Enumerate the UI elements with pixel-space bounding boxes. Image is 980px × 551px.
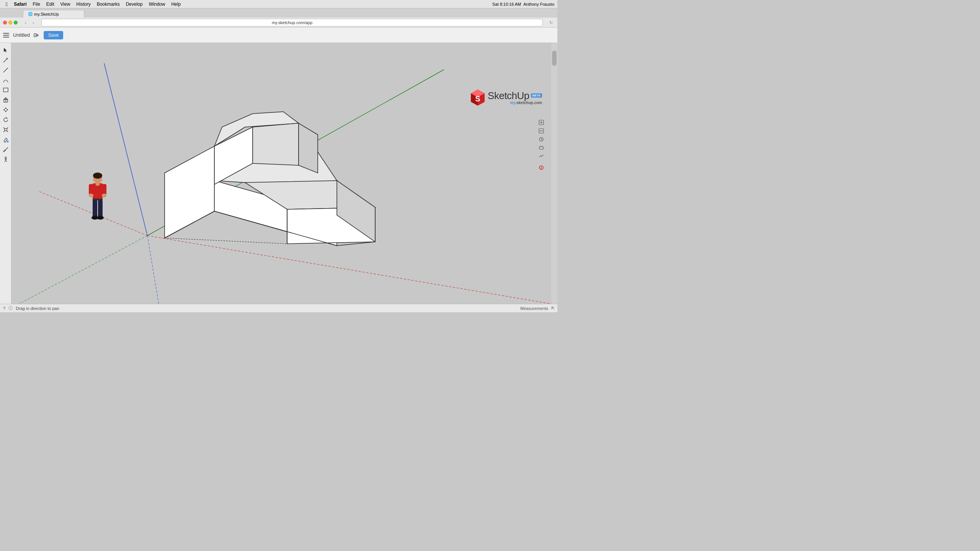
sketchup-logo: S SketchUp BETA my.sketchup.com bbox=[470, 89, 542, 106]
svg-line-2 bbox=[3, 59, 7, 62]
menu-develop[interactable]: Develop bbox=[123, 1, 145, 7]
svg-rect-49 bbox=[93, 183, 103, 199]
sketchup-toolbar: Untitled Save bbox=[0, 28, 557, 43]
svg-marker-32 bbox=[165, 146, 214, 238]
status-right: Measurements ⇱ bbox=[520, 306, 554, 311]
share-button[interactable] bbox=[32, 31, 41, 40]
menu-help[interactable]: Help bbox=[168, 1, 183, 7]
panel-icon-6[interactable] bbox=[538, 165, 544, 171]
svg-line-13 bbox=[3, 127, 5, 129]
menu-time: Sat 8:10:16 AM bbox=[492, 2, 521, 7]
svg-line-14 bbox=[7, 127, 8, 129]
nav-back[interactable]: ‹ bbox=[22, 19, 29, 26]
menu-user: Anthony Frausto bbox=[523, 2, 554, 7]
rotate-tool[interactable] bbox=[2, 116, 10, 124]
select-tool[interactable] bbox=[2, 46, 10, 54]
panel-icon-4[interactable] bbox=[538, 145, 544, 151]
svg-point-21 bbox=[5, 157, 7, 158]
status-hint-icon: ⓘ bbox=[8, 305, 13, 311]
status-question-icon[interactable]: ? bbox=[3, 306, 5, 311]
line-tool[interactable] bbox=[2, 66, 10, 74]
apple-menu[interactable]:  bbox=[3, 1, 10, 8]
svg-point-58 bbox=[97, 216, 104, 220]
panel-icon-3[interactable] bbox=[538, 136, 544, 142]
panel-icon-1[interactable] bbox=[538, 119, 544, 126]
status-left: ? ⓘ Drag in direction to pan bbox=[3, 305, 59, 311]
measurements-expand-icon[interactable]: ⇱ bbox=[551, 306, 554, 310]
svg-line-72 bbox=[541, 139, 542, 140]
hamburger-line-1 bbox=[3, 33, 9, 34]
menu-bar-right: Sat 8:10:16 AM Anthony Frausto bbox=[492, 2, 557, 7]
svg-line-29 bbox=[19, 236, 147, 304]
rectangle-tool[interactable] bbox=[2, 86, 10, 94]
scale-tool[interactable] bbox=[2, 126, 10, 134]
menu-bar:  Safari File Edit View History Bookmark… bbox=[0, 0, 557, 8]
svg-rect-4 bbox=[3, 88, 8, 92]
window-maximize-button[interactable] bbox=[14, 21, 18, 24]
svg-point-48 bbox=[93, 173, 102, 179]
push-pull-tool[interactable] bbox=[2, 96, 10, 104]
svg-marker-9 bbox=[5, 111, 7, 112]
address-bar[interactable]: my.sketchup.com/app bbox=[41, 19, 543, 26]
browser-nav: ‹ › bbox=[22, 19, 37, 26]
svg-rect-50 bbox=[89, 184, 93, 195]
menu-file[interactable]: File bbox=[30, 1, 42, 7]
hamburger-menu[interactable] bbox=[3, 31, 11, 39]
logo-beta-badge: BETA bbox=[531, 93, 542, 98]
menu-bookmarks[interactable]: Bookmarks bbox=[94, 1, 122, 7]
svg-marker-10 bbox=[3, 109, 5, 111]
arc-tool[interactable] bbox=[2, 76, 10, 84]
svg-point-52 bbox=[89, 194, 93, 197]
hamburger-line-3 bbox=[3, 37, 9, 37]
svg-line-24 bbox=[5, 160, 6, 162]
svg-marker-8 bbox=[5, 108, 7, 109]
window-close-button[interactable] bbox=[3, 21, 7, 24]
browser-chrome: 🌐 my.SketchUp ‹ › my.sketchup.com/app ↻ bbox=[0, 8, 557, 28]
logo-name: SketchUp bbox=[488, 91, 529, 101]
human-figure bbox=[84, 172, 111, 225]
canvas-area[interactable]: S SketchUp BETA my.sketchup.com bbox=[0, 43, 551, 304]
svg-line-16 bbox=[7, 131, 8, 132]
left-toolbar bbox=[0, 43, 11, 304]
status-hint-text: Drag in direction to pan bbox=[16, 306, 59, 311]
window-minimize-button[interactable] bbox=[8, 21, 12, 24]
tab-favicon: 🌐 bbox=[28, 12, 33, 16]
svg-marker-11 bbox=[7, 109, 8, 111]
svg-point-17 bbox=[7, 141, 8, 142]
svg-line-3 bbox=[3, 68, 8, 72]
svg-rect-73 bbox=[539, 147, 543, 149]
svg-line-15 bbox=[3, 131, 5, 132]
svg-rect-12 bbox=[5, 129, 7, 131]
browser-tab[interactable]: 🌐 my.SketchUp bbox=[23, 10, 84, 18]
nav-refresh[interactable]: ↻ bbox=[547, 19, 554, 26]
svg-rect-55 bbox=[93, 200, 97, 217]
svg-line-25 bbox=[6, 160, 7, 162]
svg-text:S: S bbox=[475, 95, 480, 103]
panel-icon-2[interactable] bbox=[538, 128, 544, 134]
menu-bar-left:  Safari File Edit View History Bookmark… bbox=[0, 1, 183, 8]
browser-tab-bar: 🌐 my.SketchUp bbox=[0, 8, 557, 18]
panel-icon-5[interactable] bbox=[538, 153, 544, 159]
logo-url: my.sketchup.com bbox=[488, 101, 542, 105]
svg-marker-37 bbox=[253, 123, 299, 165]
menu-safari[interactable]: Safari bbox=[11, 1, 29, 7]
menu-view[interactable]: View bbox=[58, 1, 73, 7]
scrollbar-right[interactable] bbox=[551, 43, 557, 304]
menu-history[interactable]: History bbox=[74, 1, 93, 7]
svg-marker-38 bbox=[299, 123, 318, 173]
move-tool[interactable] bbox=[2, 106, 10, 114]
sketchup-icon: S bbox=[470, 89, 485, 106]
scrollbar-thumb[interactable] bbox=[552, 51, 557, 66]
walk-tool[interactable] bbox=[2, 155, 10, 164]
paint-tool[interactable] bbox=[2, 135, 10, 144]
measure-tool[interactable] bbox=[2, 145, 10, 154]
nav-forward[interactable]: › bbox=[30, 19, 37, 26]
save-button[interactable]: Save bbox=[44, 31, 63, 39]
menu-window[interactable]: Window bbox=[146, 1, 168, 7]
svg-rect-51 bbox=[102, 184, 106, 195]
right-panel bbox=[538, 119, 544, 171]
menu-edit[interactable]: Edit bbox=[44, 1, 57, 7]
svg-rect-56 bbox=[98, 200, 103, 217]
pencil-tool[interactable] bbox=[2, 56, 10, 64]
hamburger-line-2 bbox=[3, 35, 9, 36]
